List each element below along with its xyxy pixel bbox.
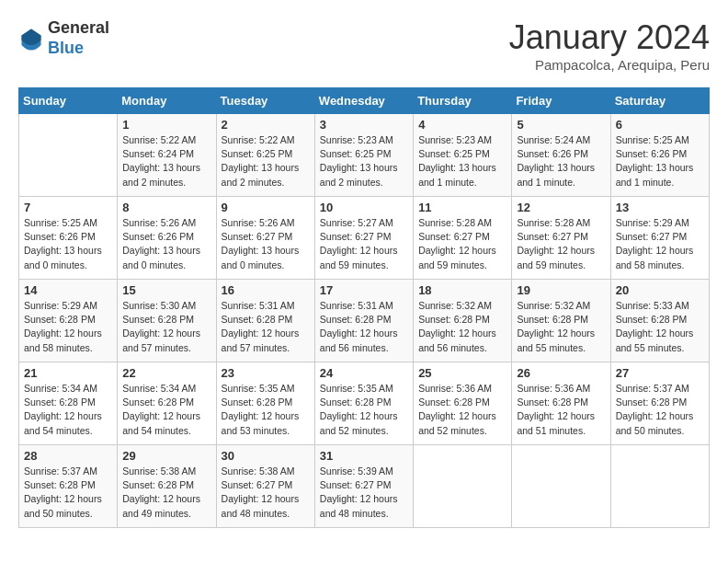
day-number: 10 [320,201,408,214]
calendar-cell: 12Sunrise: 5:28 AMSunset: 6:27 PMDayligh… [512,197,610,280]
day-number: 26 [517,366,605,380]
col-header-tuesday: Tuesday [216,88,314,114]
calendar-cell [19,114,118,197]
day-info: Sunrise: 5:37 AMSunset: 6:28 PMDaylight:… [24,465,112,521]
calendar-cell: 22Sunrise: 5:34 AMSunset: 6:28 PMDayligh… [118,362,216,445]
day-info: Sunrise: 5:29 AMSunset: 6:28 PMDaylight:… [24,299,112,355]
day-number: 23 [222,366,310,380]
day-info: Sunrise: 5:37 AMSunset: 6:28 PMDaylight:… [616,382,704,438]
day-info: Sunrise: 5:23 AMSunset: 6:25 PMDaylight:… [418,133,506,190]
day-number: 12 [517,201,605,214]
day-number: 18 [418,283,506,297]
calendar-cell: 14Sunrise: 5:29 AMSunset: 6:28 PMDayligh… [19,280,118,362]
day-info: Sunrise: 5:32 AMSunset: 6:28 PMDaylight:… [517,299,605,355]
day-number: 19 [517,283,605,297]
day-number: 4 [418,118,506,132]
day-info: Sunrise: 5:32 AMSunset: 6:28 PMDaylight:… [418,299,506,355]
calendar-cell: 30Sunrise: 5:38 AMSunset: 6:27 PMDayligh… [216,445,314,528]
day-number: 14 [24,283,112,297]
calendar-cell: 6Sunrise: 5:25 AMSunset: 6:26 PMDaylight… [610,114,709,197]
day-number: 30 [222,449,310,463]
calendar-cell: 10Sunrise: 5:27 AMSunset: 6:27 PMDayligh… [314,197,413,280]
day-number: 16 [222,283,310,297]
calendar-cell: 23Sunrise: 5:35 AMSunset: 6:28 PMDayligh… [216,362,314,445]
calendar-table: SundayMondayTuesdayWednesdayThursdayFrid… [18,87,710,528]
calendar-cell: 18Sunrise: 5:32 AMSunset: 6:28 PMDayligh… [414,280,512,362]
day-info: Sunrise: 5:27 AMSunset: 6:27 PMDaylight:… [320,216,408,272]
col-header-monday: Monday [118,88,216,114]
day-info: Sunrise: 5:31 AMSunset: 6:28 PMDaylight:… [222,299,310,355]
day-info: Sunrise: 5:35 AMSunset: 6:28 PMDaylight:… [320,382,408,438]
calendar-cell: 20Sunrise: 5:33 AMSunset: 6:28 PMDayligh… [610,280,709,362]
logo-icon [18,26,44,52]
calendar-cell: 27Sunrise: 5:37 AMSunset: 6:28 PMDayligh… [610,362,709,445]
day-info: Sunrise: 5:22 AMSunset: 6:24 PMDaylight:… [122,133,210,190]
day-info: Sunrise: 5:33 AMSunset: 6:28 PMDaylight:… [616,299,704,355]
day-info: Sunrise: 5:30 AMSunset: 6:28 PMDaylight:… [122,299,210,355]
calendar-cell: 28Sunrise: 5:37 AMSunset: 6:28 PMDayligh… [19,445,118,528]
calendar-cell: 8Sunrise: 5:26 AMSunset: 6:26 PMDaylight… [118,197,216,280]
logo-text: General Blue [48,18,109,58]
day-number: 28 [24,449,112,463]
day-info: Sunrise: 5:23 AMSunset: 6:25 PMDaylight:… [320,133,408,190]
day-number: 11 [418,201,506,214]
day-info: Sunrise: 5:24 AMSunset: 6:26 PMDaylight:… [517,133,605,190]
calendar-cell: 1Sunrise: 5:22 AMSunset: 6:24 PMDaylight… [118,114,216,197]
day-number: 24 [320,366,408,380]
calendar-cell: 4Sunrise: 5:23 AMSunset: 6:25 PMDaylight… [414,114,512,197]
calendar-cell: 9Sunrise: 5:26 AMSunset: 6:27 PMDaylight… [216,197,314,280]
day-info: Sunrise: 5:38 AMSunset: 6:27 PMDaylight:… [222,465,310,521]
calendar-cell: 3Sunrise: 5:23 AMSunset: 6:25 PMDaylight… [314,114,413,197]
day-info: Sunrise: 5:25 AMSunset: 6:26 PMDaylight:… [616,133,704,190]
day-number: 15 [122,283,210,297]
calendar-cell: 13Sunrise: 5:29 AMSunset: 6:27 PMDayligh… [610,197,709,280]
day-info: Sunrise: 5:36 AMSunset: 6:28 PMDaylight:… [517,382,605,438]
calendar-title: January 2024 [509,18,710,57]
title-block: January 2024 Pampacolca, Arequipa, Peru [509,18,710,73]
day-info: Sunrise: 5:34 AMSunset: 6:28 PMDaylight:… [24,382,112,438]
day-number: 3 [320,118,408,132]
calendar-cell: 11Sunrise: 5:28 AMSunset: 6:27 PMDayligh… [414,197,512,280]
calendar-cell: 29Sunrise: 5:38 AMSunset: 6:28 PMDayligh… [118,445,216,528]
day-info: Sunrise: 5:34 AMSunset: 6:28 PMDaylight:… [122,382,210,438]
calendar-cell: 25Sunrise: 5:36 AMSunset: 6:28 PMDayligh… [414,362,512,445]
col-header-friday: Friday [512,88,610,114]
day-number: 27 [616,366,704,380]
calendar-cell [414,445,512,528]
calendar-cell: 5Sunrise: 5:24 AMSunset: 6:26 PMDaylight… [512,114,610,197]
day-info: Sunrise: 5:26 AMSunset: 6:27 PMDaylight:… [222,216,310,272]
day-number: 22 [122,366,210,380]
calendar-cell [610,445,709,528]
day-info: Sunrise: 5:22 AMSunset: 6:25 PMDaylight:… [222,133,310,190]
calendar-cell: 7Sunrise: 5:25 AMSunset: 6:26 PMDaylight… [19,197,118,280]
day-number: 5 [517,118,605,132]
calendar-cell: 15Sunrise: 5:30 AMSunset: 6:28 PMDayligh… [118,280,216,362]
page-header: General Blue January 2024 Pampacolca, Ar… [18,18,710,73]
day-info: Sunrise: 5:28 AMSunset: 6:27 PMDaylight:… [517,216,605,272]
day-info: Sunrise: 5:36 AMSunset: 6:28 PMDaylight:… [418,382,506,438]
logo: General Blue [18,18,109,58]
day-number: 17 [320,283,408,297]
day-number: 1 [122,118,210,132]
day-info: Sunrise: 5:29 AMSunset: 6:27 PMDaylight:… [616,216,704,272]
day-number: 6 [616,118,704,132]
col-header-wednesday: Wednesday [314,88,413,114]
day-info: Sunrise: 5:39 AMSunset: 6:27 PMDaylight:… [320,465,408,521]
calendar-cell: 16Sunrise: 5:31 AMSunset: 6:28 PMDayligh… [216,280,314,362]
day-number: 20 [616,283,704,297]
day-info: Sunrise: 5:28 AMSunset: 6:27 PMDaylight:… [418,216,506,272]
day-number: 2 [222,118,310,132]
calendar-cell: 19Sunrise: 5:32 AMSunset: 6:28 PMDayligh… [512,280,610,362]
col-header-sunday: Sunday [19,88,118,114]
day-number: 25 [418,366,506,380]
day-info: Sunrise: 5:38 AMSunset: 6:28 PMDaylight:… [122,465,210,521]
day-number: 8 [122,201,210,214]
col-header-thursday: Thursday [414,88,512,114]
col-header-saturday: Saturday [610,88,709,114]
calendar-cell: 21Sunrise: 5:34 AMSunset: 6:28 PMDayligh… [19,362,118,445]
day-number: 9 [222,201,310,214]
day-info: Sunrise: 5:26 AMSunset: 6:26 PMDaylight:… [122,216,210,272]
calendar-subtitle: Pampacolca, Arequipa, Peru [509,57,710,73]
calendar-cell [512,445,610,528]
day-number: 7 [24,201,112,214]
